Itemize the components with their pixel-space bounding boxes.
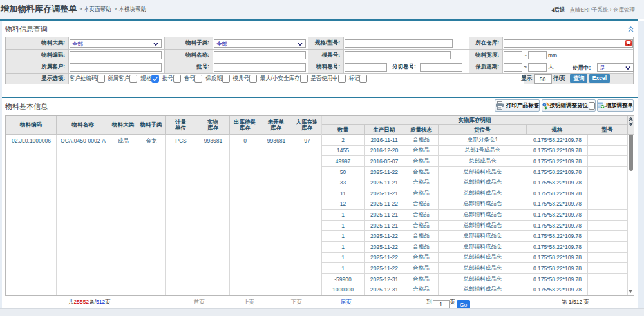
svg-text:$: $ [545, 104, 547, 110]
